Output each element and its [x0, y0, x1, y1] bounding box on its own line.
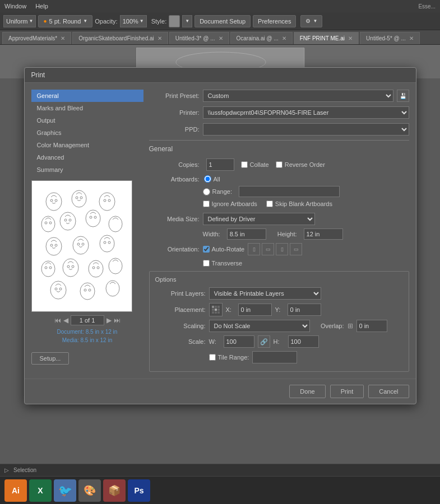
- ignore-artboards-label[interactable]: Ignore Artboards: [203, 200, 257, 207]
- range-label: Range:: [212, 188, 232, 195]
- orientation-icons: ▯ ▭ ▯ ▭: [248, 243, 302, 255]
- style-swatch[interactable]: [169, 15, 180, 27]
- right-panel: Print Preset: Custom 💾 Printer: \\ussfop…: [149, 90, 409, 372]
- tab-untitled3[interactable]: Untitled-3* @ ... ✕: [169, 32, 229, 44]
- next-page-button[interactable]: ▶: [106, 316, 112, 324]
- taskbar-app3[interactable]: 🐦: [54, 479, 76, 502]
- tab-ocaraina[interactable]: Ocaraina.ai @ ... ✕: [230, 32, 293, 44]
- cancel-button[interactable]: Cancel: [368, 385, 409, 398]
- nav-color-management[interactable]: Color Management: [31, 139, 143, 151]
- save-preset-button[interactable]: 💾: [397, 90, 409, 102]
- nav-graphics[interactable]: Graphics: [31, 127, 143, 139]
- svg-rect-53: [217, 309, 220, 311]
- range-radio[interactable]: [203, 188, 210, 195]
- tab-close-ocaraina[interactable]: ✕: [282, 35, 286, 41]
- tile-range-input[interactable]: [252, 351, 297, 363]
- brush-selector[interactable]: ● 5 pt. Round ▼: [38, 15, 92, 27]
- taskbar-ai-label: Ai: [12, 486, 20, 495]
- tab-close-fnf[interactable]: ✕: [348, 35, 353, 41]
- nav-marks-bleed[interactable]: Marks and Bleed: [31, 102, 143, 114]
- menu-window[interactable]: Window: [4, 3, 26, 10]
- print-preset-select[interactable]: Custom: [203, 90, 393, 102]
- skip-blank-checkbox[interactable]: [266, 200, 273, 207]
- status-bar: ▷ Selection: [0, 464, 440, 476]
- ignore-artboards-checkbox[interactable]: [203, 200, 210, 207]
- nav-summary[interactable]: Summary: [31, 164, 143, 176]
- orient-landscape-flip[interactable]: ▭: [290, 243, 302, 255]
- all-radio[interactable]: [204, 175, 211, 183]
- scale-w-input[interactable]: [224, 335, 254, 348]
- orient-landscape[interactable]: ▭: [262, 243, 274, 255]
- tile-range-checkbox-label[interactable]: Tile Range:: [209, 354, 249, 361]
- tab-approved-materials[interactable]: ApprovedMaterials* ✕: [2, 32, 71, 44]
- last-page-button[interactable]: ⏭: [114, 316, 121, 324]
- menu-help[interactable]: Help: [35, 3, 48, 10]
- page-input[interactable]: 1 of 1: [71, 315, 104, 325]
- auto-rotate-label[interactable]: Auto-Rotate: [203, 246, 245, 253]
- nav-general[interactable]: General: [31, 90, 143, 102]
- tab-close-untitled3[interactable]: ✕: [219, 35, 223, 41]
- reverse-order-label[interactable]: Reverse Order: [276, 161, 325, 168]
- printer-select[interactable]: \\ussfopdwcprnt04\SFOPRN045-FIRE Laser: [203, 106, 409, 119]
- document-setup-button[interactable]: Document Setup: [194, 15, 251, 27]
- tab-organic-skateboard[interactable]: OrganicSkateboardFinished.ai ✕: [72, 32, 168, 44]
- scale-h-label: H:: [274, 338, 285, 345]
- orient-portrait-flip[interactable]: ▯: [276, 243, 288, 255]
- setup-button[interactable]: Setup...: [31, 352, 70, 365]
- taskbar-illustrator[interactable]: Ai: [4, 479, 27, 502]
- tab-untitled5[interactable]: Untitled-5* @ ... ✕: [360, 32, 420, 44]
- collate-label: Collate: [250, 161, 269, 168]
- ppd-select[interactable]: [203, 123, 409, 136]
- style-label: Style:: [151, 18, 167, 25]
- range-input[interactable]: [239, 186, 340, 197]
- tab-close-untitled5[interactable]: ✕: [409, 35, 414, 41]
- all-radio-label[interactable]: All: [204, 175, 220, 183]
- scaling-select[interactable]: Do Not Scale: [209, 320, 310, 332]
- print-layers-select[interactable]: Visible & Printable Layers: [209, 287, 321, 300]
- tab-close-organic[interactable]: ✕: [158, 35, 162, 41]
- collate-checkbox-label[interactable]: Collate: [241, 161, 269, 168]
- scale-h-input[interactable]: [288, 335, 319, 348]
- done-button[interactable]: Done: [289, 385, 325, 398]
- artboards-label: Artboards:: [149, 176, 200, 183]
- range-radio-label[interactable]: Range:: [203, 188, 232, 195]
- y-input[interactable]: [288, 304, 321, 316]
- collate-checkbox[interactable]: [241, 161, 248, 168]
- style-dropdown[interactable]: ▼: [182, 15, 192, 27]
- scale-link-button[interactable]: 🔗: [258, 335, 270, 348]
- media-size-select[interactable]: Defined by Driver: [203, 213, 315, 225]
- taskbar-app5[interactable]: 📦: [103, 479, 126, 502]
- tab-fnf-print[interactable]: FNF PRINT ME.ai ✕: [294, 32, 359, 44]
- transverse-label[interactable]: Transverse: [203, 260, 243, 267]
- overlap-input[interactable]: [356, 320, 387, 332]
- orient-portrait[interactable]: ▯: [248, 243, 260, 255]
- tab-close-approved[interactable]: ✕: [61, 35, 65, 41]
- preferences-button[interactable]: Preferences: [253, 15, 296, 27]
- height-input[interactable]: [304, 228, 343, 240]
- print-layers-row: Print Layers: Visible & Printable Layers: [155, 287, 403, 300]
- first-page-button[interactable]: ⏮: [54, 316, 61, 324]
- transverse-checkbox[interactable]: [203, 260, 210, 267]
- taskbar-excel[interactable]: X: [29, 479, 52, 502]
- taskbar-app4-icon: 🎨: [84, 484, 96, 497]
- svg-rect-48: [212, 306, 214, 308]
- copies-input[interactable]: [206, 158, 234, 171]
- tile-range-checkbox[interactable]: [209, 354, 216, 361]
- opacity-dropdown[interactable]: 100% ▼: [120, 15, 147, 27]
- taskbar-app4[interactable]: 🎨: [78, 479, 101, 502]
- auto-rotate-checkbox[interactable]: [203, 246, 210, 253]
- extra-tools[interactable]: ⚙ ▼: [300, 15, 322, 27]
- placement-grid-icon[interactable]: [209, 303, 223, 316]
- media-size-row: Media Size: Defined by Driver: [149, 213, 409, 225]
- x-input[interactable]: [238, 304, 272, 316]
- skip-blank-label[interactable]: Skip Blank Artboards: [266, 200, 332, 207]
- nav-advanced[interactable]: Advanced: [31, 151, 143, 164]
- prev-page-button[interactable]: ◀: [63, 316, 68, 324]
- taskbar-photoshop[interactable]: Ps: [128, 479, 150, 502]
- reverse-order-checkbox[interactable]: [276, 161, 282, 168]
- print-button[interactable]: Print: [330, 385, 364, 398]
- nav-output[interactable]: Output: [31, 114, 143, 127]
- width-input[interactable]: [227, 228, 266, 240]
- divider-1: [149, 140, 409, 141]
- stroke-type-dropdown[interactable]: Uniform ▼: [3, 15, 36, 27]
